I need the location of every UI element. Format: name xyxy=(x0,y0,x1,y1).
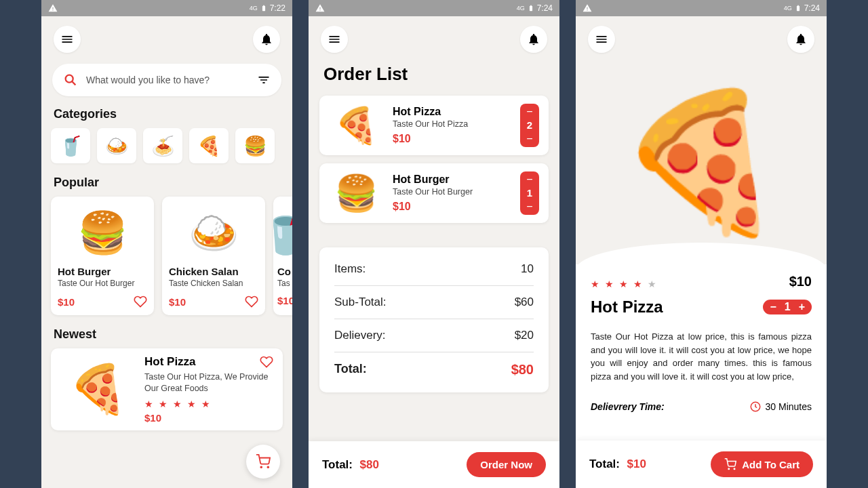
qty-value: 1 xyxy=(785,301,791,313)
qty-minus[interactable]: − xyxy=(770,301,776,313)
newest-heading: Newest xyxy=(41,327,292,348)
top-bar xyxy=(309,16,559,60)
food-sub: Taste Our Hot Pizza xyxy=(393,119,511,129)
summary-row: Delievery: $20 xyxy=(334,319,534,352)
food-price: $10 xyxy=(144,412,273,424)
qty-plus[interactable]: − xyxy=(526,201,532,212)
top-bar xyxy=(41,16,292,60)
bottom-bar: Total: $80 Order Now xyxy=(309,441,559,488)
category-item[interactable]: 🍛 xyxy=(97,128,136,163)
total-value: $80 xyxy=(359,458,378,471)
qty-plus[interactable]: − xyxy=(526,134,532,144)
categories-heading: Categories xyxy=(41,107,292,128)
product-price: $10 xyxy=(789,274,812,289)
menu-icon xyxy=(328,33,341,46)
search-box[interactable] xyxy=(52,64,281,96)
qty-minus[interactable]: − xyxy=(526,174,532,185)
search-input[interactable] xyxy=(86,75,249,85)
popular-card[interactable]: 🍔 Hot Burger Taste Our Hot Burger $10 xyxy=(51,197,154,315)
cart-fab[interactable] xyxy=(246,445,280,479)
popular-card[interactable]: 🍛 Chicken Salan Taste Chicken Salan $10 xyxy=(162,197,265,315)
quantity-stepper: − 2 − xyxy=(520,104,539,147)
notifications-button[interactable] xyxy=(253,26,280,53)
bell-icon xyxy=(527,33,540,46)
svg-point-2 xyxy=(260,466,262,468)
product-description: Taste Our Hot Pizza at low price, this i… xyxy=(591,330,812,383)
category-item[interactable]: 🥤 xyxy=(51,128,90,163)
network-icon: 4G xyxy=(250,5,258,12)
svg-point-5 xyxy=(728,468,730,470)
bell-icon xyxy=(794,33,808,46)
clock-icon xyxy=(749,401,762,413)
cart-icon xyxy=(256,454,271,469)
summary-row: Sub-Total: $60 xyxy=(334,286,534,319)
food-image: 🍕 xyxy=(326,101,386,150)
food-name: Co xyxy=(277,266,292,277)
food-sub: Taste Chicken Salan xyxy=(169,279,258,288)
menu-button[interactable] xyxy=(321,26,348,53)
rating-stars: ★ ★ ★ ★ ★ xyxy=(591,279,658,289)
network-icon: 4G xyxy=(784,5,792,12)
food-name: Hot Burger xyxy=(58,266,147,277)
top-bar xyxy=(576,16,827,60)
svg-point-3 xyxy=(267,466,269,468)
warning-icon xyxy=(48,3,58,13)
order-summary: Items: 10 Sub-Total: $60 Delievery: $20 … xyxy=(319,247,549,392)
status-bar: 4G 7:22 xyxy=(41,0,292,16)
food-image: 🍔 xyxy=(58,202,147,263)
popular-row: 🍔 Hot Burger Taste Our Hot Burger $10 🍛 … xyxy=(41,197,292,327)
product-name: Hot Pizza xyxy=(591,298,663,317)
food-image: 🍛 xyxy=(169,202,258,263)
total-label: Total: xyxy=(322,458,353,471)
quantity-stepper: − 1 − xyxy=(520,171,539,215)
battery-icon xyxy=(528,3,534,13)
category-item[interactable]: 🍔 xyxy=(235,128,275,163)
page-title: Order List xyxy=(309,60,559,96)
food-price: $10 xyxy=(393,133,511,145)
food-image: 🥤 xyxy=(277,202,292,263)
order-now-button[interactable]: Order Now xyxy=(467,452,546,477)
add-to-cart-button[interactable]: Add To Cart xyxy=(711,451,813,477)
svg-line-1 xyxy=(72,81,75,85)
rating-row: ★ ★ ★ ★ ★ $10 xyxy=(591,274,812,289)
food-sub: Taste Our Hot Burger xyxy=(393,187,511,197)
food-price: $10 xyxy=(169,296,186,308)
notifications-button[interactable] xyxy=(520,26,547,53)
food-name: Chicken Salan xyxy=(169,266,258,277)
total-value: $10 xyxy=(627,458,646,470)
filter-icon[interactable] xyxy=(257,73,271,87)
summary-row: Items: 10 xyxy=(334,253,534,286)
svg-point-0 xyxy=(66,75,73,83)
heart-icon[interactable] xyxy=(245,295,258,308)
food-sub: Taste Our Hot Pizza, We Provide Our Grea… xyxy=(144,371,273,394)
categories-row: 🥤 🍛 🍝 🍕 🍔 xyxy=(41,128,292,176)
category-item[interactable]: 🍝 xyxy=(143,128,182,163)
food-name: Hot Pizza xyxy=(144,355,196,369)
order-list-screen: 4G 7:24 Order List 🍕 Hot Pizza Taste Our… xyxy=(309,0,559,488)
home-screen: 4G 7:22 Categories 🥤 🍛 🍝 🍕 🍔 Popular 🍔 H… xyxy=(41,0,292,488)
hero-image: 🍕 xyxy=(576,50,827,274)
notifications-button[interactable] xyxy=(787,26,814,53)
food-image: 🍕 xyxy=(60,355,135,424)
qty-minus[interactable]: − xyxy=(526,106,532,117)
food-price: $10 xyxy=(277,295,292,306)
menu-icon xyxy=(60,33,74,46)
battery-icon xyxy=(260,3,267,13)
newest-card[interactable]: 🍕 Hot Pizza Taste Our Hot Pizza, We Prov… xyxy=(51,348,283,430)
summary-total: Total: $80 xyxy=(334,352,534,387)
food-name: Hot Burger xyxy=(393,174,511,186)
popular-heading: Popular xyxy=(41,176,292,197)
heart-icon[interactable] xyxy=(260,355,273,369)
food-sub: Taste Our Hot Burger xyxy=(58,279,147,288)
qty-plus[interactable]: + xyxy=(799,301,805,313)
popular-card[interactable]: 🥤 Co Tas $10 xyxy=(273,197,292,315)
category-item[interactable]: 🍕 xyxy=(189,128,229,163)
delivery-row: Delievrery Time: 30 Minutes xyxy=(591,401,812,413)
svg-point-6 xyxy=(734,468,736,470)
clock-time: 7:24 xyxy=(804,3,820,13)
food-price: $10 xyxy=(58,296,75,308)
menu-button[interactable] xyxy=(588,26,615,53)
heart-icon[interactable] xyxy=(134,295,147,308)
food-price: $10 xyxy=(393,201,511,213)
menu-button[interactable] xyxy=(54,26,81,53)
